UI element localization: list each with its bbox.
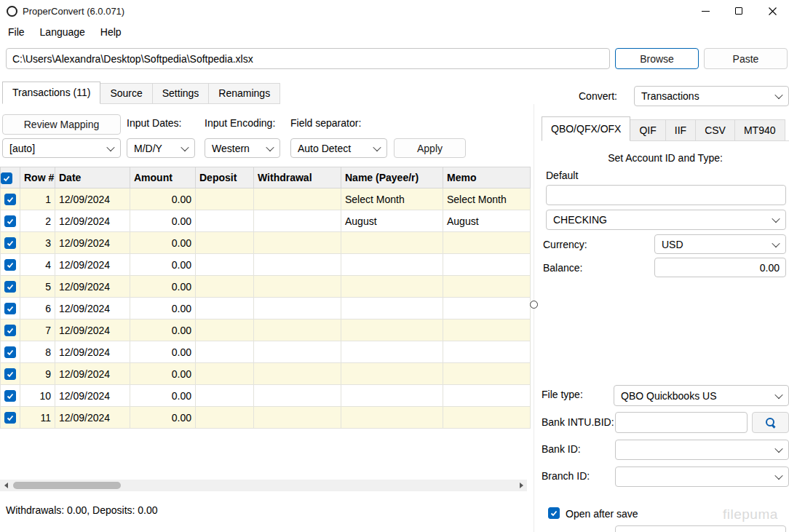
bottom-partial-field[interactable] [615,525,786,532]
account-type-select[interactable]: CHECKING [546,210,786,230]
file-type-select[interactable]: QBO Quickbooks US [614,385,789,406]
browse-button[interactable]: Browse [615,48,699,69]
panel-splitter[interactable] [534,104,534,532]
row-checkbox[interactable] [4,303,16,314]
menu-language[interactable]: Language [33,24,92,40]
account-id-input[interactable] [546,185,786,205]
bank-search-button[interactable] [752,412,789,433]
output-tab-iif[interactable]: IIF [666,119,696,141]
cell-deposit[interactable] [196,254,254,276]
cell-deposit[interactable] [196,276,254,298]
cell-name[interactable] [341,385,443,407]
column-header-date[interactable]: Date [55,167,130,188]
scroll-left-button[interactable] [0,480,12,491]
cell-withdrawal[interactable] [254,254,341,276]
cell-name[interactable] [341,341,443,363]
apply-button[interactable]: Apply [394,138,466,158]
cell-memo[interactable] [443,385,531,407]
cell-amount[interactable]: 0.00 [130,363,196,385]
output-tab-csv[interactable]: CSV [696,119,735,141]
horizontal-scrollbar[interactable] [0,480,527,491]
column-header-name-payee-r[interactable]: Name (Payee/r) [341,167,443,188]
cell-date[interactable]: 12/09/2024 [55,341,130,363]
currency-select[interactable]: USD [654,234,786,254]
cell-memo[interactable] [443,319,531,341]
row-checkbox[interactable] [4,346,16,358]
table-row[interactable]: 10 12/09/2024 0.00 [1,385,531,407]
cell-memo[interactable] [443,407,531,429]
table-row[interactable]: 11 12/09/2024 0.00 [1,407,531,429]
cell-deposit[interactable] [196,363,254,385]
cell-deposit[interactable] [196,385,254,407]
column-header-row[interactable]: Row # [20,167,55,188]
close-button[interactable] [756,0,789,22]
tab-settings[interactable]: Settings [153,83,210,104]
scrollbar-thumb[interactable] [13,482,121,489]
cell-memo[interactable] [443,276,531,298]
table-row[interactable]: 7 12/09/2024 0.00 [1,319,531,341]
cell-withdrawal[interactable] [254,210,341,232]
splitter-handle[interactable] [530,301,538,309]
scroll-right-button[interactable] [515,480,527,491]
open-after-save-checkbox[interactable] [548,507,560,519]
row-checkbox[interactable] [4,259,16,271]
bank-id-select[interactable] [615,440,789,460]
branch-id-select[interactable] [615,467,789,487]
cell-name[interactable] [341,298,443,319]
cell-memo[interactable]: August [443,210,531,232]
column-header-amount[interactable]: Amount [130,167,196,188]
table-row[interactable]: 9 12/09/2024 0.00 [1,363,531,385]
menu-file[interactable]: File [1,24,31,40]
cell-date[interactable]: 12/09/2024 [55,407,130,429]
column-header-memo[interactable]: Memo [443,167,531,188]
table-row[interactable]: 6 12/09/2024 0.00 [1,298,531,319]
cell-date[interactable]: 12/09/2024 [55,385,130,407]
convert-select[interactable]: Transactions [634,86,789,106]
file-path-input[interactable] [6,48,610,69]
cell-memo[interactable]: Select Month [443,188,531,210]
cell-memo[interactable] [443,363,531,385]
cell-date[interactable]: 12/09/2024 [55,210,130,232]
table-row[interactable]: 2 12/09/2024 0.00 August August [1,210,531,232]
tab-source[interactable]: Source [100,83,152,104]
minimize-button[interactable] [689,0,722,22]
tab-transactions-11[interactable]: Transactions (11) [2,82,100,104]
cell-deposit[interactable] [196,319,254,341]
cell-memo[interactable] [443,341,531,363]
row-checkbox[interactable] [4,215,16,227]
cell-withdrawal[interactable] [254,341,341,363]
cell-amount[interactable]: 0.00 [130,276,196,298]
input-dates-select[interactable]: M/D/Y [127,138,195,158]
table-row[interactable]: 5 12/09/2024 0.00 [1,276,531,298]
bank-intu-bid-input[interactable] [615,412,748,433]
mapping-select[interactable]: [auto] [2,138,121,158]
table-row[interactable]: 1 12/09/2024 0.00 Select Month Select Mo… [1,188,531,210]
review-mapping-button[interactable]: Review Mapping [2,114,121,135]
cell-date[interactable]: 12/09/2024 [55,254,130,276]
row-checkbox[interactable] [4,194,16,205]
cell-amount[interactable]: 0.00 [130,298,196,319]
cell-name[interactable]: Select Month [341,188,443,210]
cell-withdrawal[interactable] [254,298,341,319]
table-row[interactable]: 4 12/09/2024 0.00 [1,254,531,276]
table-row[interactable]: 3 12/09/2024 0.00 [1,232,531,254]
cell-deposit[interactable] [196,232,254,254]
cell-withdrawal[interactable] [254,363,341,385]
cell-memo[interactable] [443,254,531,276]
output-tab-mt940[interactable]: MT940 [735,119,785,141]
maximize-button[interactable] [722,0,756,22]
column-header-withdrawal[interactable]: Withdrawal [254,167,341,188]
cell-amount[interactable]: 0.00 [130,407,196,429]
input-encoding-select[interactable]: Western [205,138,280,158]
cell-date[interactable]: 12/09/2024 [55,298,130,319]
cell-name[interactable] [341,232,443,254]
menu-help[interactable]: Help [94,24,128,40]
output-tab-qif[interactable]: QIF [630,119,665,141]
cell-amount[interactable]: 0.00 [130,385,196,407]
cell-date[interactable]: 12/09/2024 [55,363,130,385]
column-header-deposit[interactable]: Deposit [196,167,254,188]
cell-date[interactable]: 12/09/2024 [55,319,130,341]
cell-deposit[interactable] [196,210,254,232]
cell-amount[interactable]: 0.00 [130,341,196,363]
cell-withdrawal[interactable] [254,385,341,407]
